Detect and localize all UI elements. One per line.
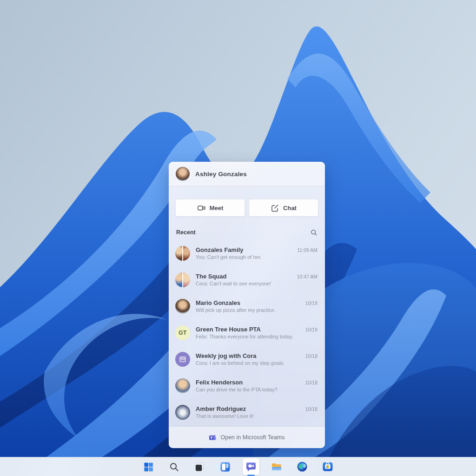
teams-chat-flyout: Ashley Gonzales Meet Chat Recent (169, 162, 325, 448)
conversation-avatar (175, 272, 190, 287)
conversation-avatar (175, 299, 190, 314)
conversation-text: The Squad 10:47 AM Cora: Can't wait to s… (196, 273, 317, 286)
conversation-name: The Squad (196, 273, 226, 280)
calendar-icon (179, 356, 186, 363)
conversation-text: Gonzales Family 11:09 AM You: Can't get … (196, 246, 317, 260)
conversation-time: 10/18 (305, 406, 317, 412)
compose-icon (271, 204, 279, 212)
conversation-avatar (175, 405, 190, 420)
conversation-text: Felix Henderson 10/18 Can you drive me t… (196, 379, 317, 392)
conversation-preview: Will pick up pizza after my practice. (196, 307, 317, 313)
avatar-photo-left (175, 272, 182, 287)
desktop: { "flyout": { "header": { "name": "Ashle… (0, 0, 476, 476)
conversation-time: 10:47 AM (297, 274, 317, 279)
conversation-text: Amber Rodriguez 10/18 That is awesome! L… (196, 405, 317, 419)
conversation-time: 10/19 (305, 300, 317, 306)
conversation-preview: Cora: I am so behind on my step goals. (196, 360, 317, 366)
conversation-preview: Cora: Can't wait to see everyone! (196, 281, 317, 286)
conversation-row[interactable]: The Squad 10:47 AM Cora: Can't wait to s… (169, 266, 325, 293)
conversation-preview: Felix: Thanks everyone for attending tod… (196, 334, 317, 339)
chat-button[interactable]: Chat (249, 199, 318, 217)
user-avatar (176, 167, 190, 181)
meet-label: Meet (210, 205, 224, 212)
conversation-avatar (175, 378, 190, 393)
microsoft-store-icon (322, 461, 333, 472)
conversation-row[interactable]: Weekly jog with Cora 10/18 Cora: I am so… (169, 346, 325, 372)
conversation-name: Weekly jog with Cora (196, 352, 257, 359)
conversation-row[interactable]: Mario Gonzales 10/19 Will pick up pizza … (169, 293, 325, 319)
edge-button[interactable] (294, 458, 311, 475)
conversation-name: Green Tree House PTA (196, 326, 261, 333)
conversation-time: 10/18 (305, 380, 317, 385)
conversation-row[interactable]: Amber Rodriguez 10/18 That is awesome! L… (169, 399, 325, 425)
file-explorer-icon (271, 461, 282, 472)
edge-icon (297, 461, 308, 472)
file-explorer-button[interactable] (268, 458, 285, 475)
conversation-row[interactable]: GT Green Tree House PTA 10/19 Felix: Tha… (169, 319, 325, 346)
start-button[interactable] (140, 458, 157, 475)
recent-label: Recent (176, 229, 196, 236)
avatar-photo-right (183, 272, 190, 287)
task-view-icon (194, 462, 205, 472)
widgets-button[interactable] (217, 458, 234, 475)
video-camera-icon (197, 204, 206, 212)
microsoft-store-button[interactable] (319, 458, 336, 475)
windows-start-icon (143, 462, 154, 472)
search-icon[interactable] (310, 229, 317, 236)
conversation-preview: You: Can't get enough of her. (196, 254, 317, 260)
conversation-text: Weekly jog with Cora 10/18 Cora: I am so… (196, 352, 317, 366)
meet-button[interactable]: Meet (175, 199, 245, 217)
teams-chat-button[interactable] (243, 458, 259, 475)
task-view-button[interactable] (192, 458, 208, 475)
taskbar (0, 457, 476, 476)
teams-icon (209, 434, 217, 442)
conversation-list: Gonzales Family 11:09 AM You: Can't get … (169, 240, 325, 426)
conversation-row[interactable]: Felix Henderson 10/18 Can you drive me t… (169, 372, 325, 399)
user-name: Ashley Gonzales (195, 171, 247, 178)
flyout-header: Ashley Gonzales (169, 162, 325, 186)
conversation-avatar: GT (175, 325, 190, 340)
avatar-initials: GT (178, 330, 186, 336)
conversation-name: Amber Rodriguez (196, 405, 246, 412)
conversation-time: 11:09 AM (297, 247, 317, 253)
open-in-teams-button[interactable]: Open in Microsoft Teams (169, 426, 325, 448)
search-button[interactable] (166, 458, 183, 475)
conversation-avatar (175, 352, 190, 367)
actions-row: Meet Chat (169, 186, 325, 217)
conversation-preview: Can you drive me to the PTA today? (196, 387, 317, 392)
conversation-preview: That is awesome! Love it! (196, 413, 317, 419)
conversation-row[interactable]: Gonzales Family 11:09 AM You: Can't get … (169, 240, 325, 266)
conversation-name: Felix Henderson (196, 379, 243, 386)
conversation-text: Green Tree House PTA 10/19 Felix: Thanks… (196, 326, 317, 339)
widgets-icon (220, 462, 231, 472)
conversation-time: 10/19 (305, 327, 317, 332)
chat-label: Chat (283, 205, 297, 212)
conversation-name: Gonzales Family (196, 246, 244, 253)
conversation-avatar (175, 246, 190, 261)
avatar-photo-right (183, 246, 190, 261)
recent-row: Recent (169, 217, 325, 240)
avatar-photo-left (175, 246, 182, 261)
search-icon (169, 462, 179, 472)
conversation-text: Mario Gonzales 10/19 Will pick up pizza … (196, 299, 317, 313)
teams-chat-icon (245, 461, 257, 472)
conversation-time: 10/18 (305, 353, 317, 359)
conversation-name: Mario Gonzales (196, 299, 240, 306)
open-in-teams-label: Open in Microsoft Teams (220, 434, 284, 441)
